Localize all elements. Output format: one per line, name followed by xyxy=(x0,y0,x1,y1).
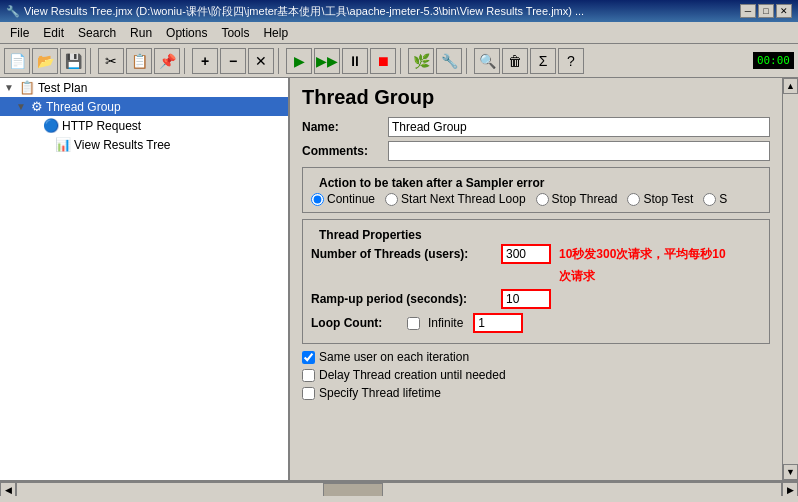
name-label: Name: xyxy=(302,120,382,134)
start-button[interactable]: ▶ xyxy=(286,48,312,74)
new-button[interactable]: 📄 xyxy=(4,48,30,74)
thread-props-content: Thread Properties Number of Threads (use… xyxy=(303,220,769,343)
infinite-checkbox[interactable] xyxy=(407,317,420,330)
vertical-scrollbar[interactable]: ▲ ▼ xyxy=(782,78,798,480)
start-no-pause-button[interactable]: ▶▶ xyxy=(314,48,340,74)
menu-item-search[interactable]: Search xyxy=(72,24,122,42)
action-section-content: Action to be taken after a Sampler error… xyxy=(303,168,769,212)
comments-input[interactable] xyxy=(388,141,770,161)
stop-test-option[interactable]: Stop Test xyxy=(627,192,693,206)
stop-thread-option[interactable]: Stop Thread xyxy=(536,192,618,206)
view-results-label: View Results Tree xyxy=(74,138,171,152)
radio-row: Continue Start Next Thread Loop Stop Thr… xyxy=(311,192,761,206)
tree-item-view-results-tree[interactable]: 📊 View Results Tree xyxy=(0,135,288,154)
expand-icon: ▼ xyxy=(4,82,16,93)
num-threads-input[interactable] xyxy=(501,244,551,264)
help-button[interactable]: ? xyxy=(558,48,584,74)
annotation-line2: 次请求 xyxy=(559,268,595,285)
title-bar-controls[interactable]: ─ □ ✕ xyxy=(740,4,792,18)
tree-item-thread-group[interactable]: ▼ ⚙ Thread Group xyxy=(0,97,288,116)
separator-2 xyxy=(184,48,188,74)
menu-item-help[interactable]: Help xyxy=(257,24,294,42)
test-plan-label: Test Plan xyxy=(38,81,87,95)
rampup-input[interactable] xyxy=(501,289,551,309)
action-section: Action to be taken after a Sampler error… xyxy=(302,167,770,213)
title-bar: 🔧 View Results Tree.jmx (D:\woniu-课件\阶段四… xyxy=(0,0,798,22)
scroll-thumb-h[interactable] xyxy=(323,483,383,497)
horizontal-scrollbar[interactable]: ◀ ▶ xyxy=(0,481,798,496)
save-button[interactable]: 💾 xyxy=(60,48,86,74)
menu-item-run[interactable]: Run xyxy=(124,24,158,42)
stop-test-now-option[interactable]: S xyxy=(703,192,727,206)
close-button[interactable]: ✕ xyxy=(776,4,792,18)
scroll-track[interactable] xyxy=(16,482,782,497)
minimize-button[interactable]: ─ xyxy=(740,4,756,18)
tree-item-test-plan[interactable]: ▼ 📋 Test Plan xyxy=(0,78,288,97)
stop-test-now-radio[interactable] xyxy=(703,193,716,206)
title-text: View Results Tree.jmx (D:\woniu-课件\阶段四\j… xyxy=(24,4,584,19)
delay-thread-checkbox[interactable] xyxy=(302,369,315,382)
http-request-label: HTTP Request xyxy=(62,119,141,133)
paste-button[interactable]: 📌 xyxy=(154,48,180,74)
num-threads-label: Number of Threads (users): xyxy=(311,247,501,261)
stop-test-now-label: S xyxy=(719,192,727,206)
name-input[interactable] xyxy=(388,117,770,137)
menu-item-edit[interactable]: Edit xyxy=(37,24,70,42)
title-bar-left: 🔧 View Results Tree.jmx (D:\woniu-课件\阶段四… xyxy=(6,4,584,19)
stop-test-label: Stop Test xyxy=(643,192,693,206)
add-button[interactable]: + xyxy=(192,48,218,74)
scroll-thumb[interactable] xyxy=(783,94,798,464)
comments-label: Comments: xyxy=(302,144,382,158)
test-plan-icon: 📋 xyxy=(19,80,35,95)
main-area: ▼ 📋 Test Plan ▼ ⚙ Thread Group 🔵 HTTP Re… xyxy=(0,78,798,480)
tree-item-http-request[interactable]: 🔵 HTTP Request xyxy=(0,116,288,135)
scroll-up-button[interactable]: ▲ xyxy=(783,78,798,94)
cut-button[interactable]: ✂ xyxy=(98,48,124,74)
separator-1 xyxy=(90,48,94,74)
start-next-option[interactable]: Start Next Thread Loop xyxy=(385,192,526,206)
remote-stop-button[interactable]: 🔧 xyxy=(436,48,462,74)
menu-item-file[interactable]: File xyxy=(4,24,35,42)
content-form: Name: Comments: Action to be taken after… xyxy=(290,113,782,408)
annotation-line1: 10秒发300次请求，平均每秒10 xyxy=(559,246,726,263)
clear-all-button[interactable]: 🗑 xyxy=(502,48,528,74)
action-section-title: Action to be taken after a Sampler error xyxy=(311,172,761,192)
continue-option[interactable]: Continue xyxy=(311,192,375,206)
continue-radio[interactable] xyxy=(311,193,324,206)
menu-bar: FileEditSearchRunOptionsToolsHelp xyxy=(0,22,798,44)
bottom-scrollbar-area: ◀ ▶ xyxy=(0,480,798,496)
start-next-label: Start Next Thread Loop xyxy=(401,192,526,206)
scroll-left-button[interactable]: ◀ xyxy=(0,482,16,497)
pause-button[interactable]: ⏸ xyxy=(342,48,368,74)
remote-start-button[interactable]: 🌿 xyxy=(408,48,434,74)
clear-button[interactable]: ✕ xyxy=(248,48,274,74)
open-button[interactable]: 📂 xyxy=(32,48,58,74)
stop-button[interactable]: ⏹ xyxy=(370,48,396,74)
stop-test-radio[interactable] xyxy=(627,193,640,206)
function-button[interactable]: Σ xyxy=(530,48,556,74)
menu-item-options[interactable]: Options xyxy=(160,24,213,42)
stop-thread-radio[interactable] xyxy=(536,193,549,206)
timer-display: 00:00 xyxy=(753,52,794,69)
continue-label: Continue xyxy=(327,192,375,206)
left-panel: ▼ 📋 Test Plan ▼ ⚙ Thread Group 🔵 HTTP Re… xyxy=(0,78,290,480)
menu-item-tools[interactable]: Tools xyxy=(215,24,255,42)
separator-5 xyxy=(466,48,470,74)
search-button[interactable]: 🔍 xyxy=(474,48,500,74)
maximize-button[interactable]: □ xyxy=(758,4,774,18)
remove-button[interactable]: − xyxy=(220,48,246,74)
separator-3 xyxy=(278,48,282,74)
delay-thread-label: Delay Thread creation until needed xyxy=(319,368,506,382)
loop-count-row: Loop Count: Infinite xyxy=(311,313,761,333)
num-threads-row: Number of Threads (users): 10秒发300次请求，平均… xyxy=(311,244,761,264)
loop-count-input[interactable] xyxy=(473,313,523,333)
scroll-down-button[interactable]: ▼ xyxy=(783,464,798,480)
copy-button[interactable]: 📋 xyxy=(126,48,152,74)
scroll-right-button[interactable]: ▶ xyxy=(782,482,798,497)
specify-lifetime-row: Specify Thread lifetime xyxy=(302,386,770,400)
start-next-radio[interactable] xyxy=(385,193,398,206)
name-row: Name: xyxy=(302,117,770,137)
specify-lifetime-checkbox[interactable] xyxy=(302,387,315,400)
same-user-checkbox[interactable] xyxy=(302,351,315,364)
toolbar: 📄 📂 💾 ✂ 📋 📌 + − ✕ ▶ ▶▶ ⏸ ⏹ 🌿 🔧 🔍 🗑 Σ ? 0… xyxy=(0,44,798,78)
